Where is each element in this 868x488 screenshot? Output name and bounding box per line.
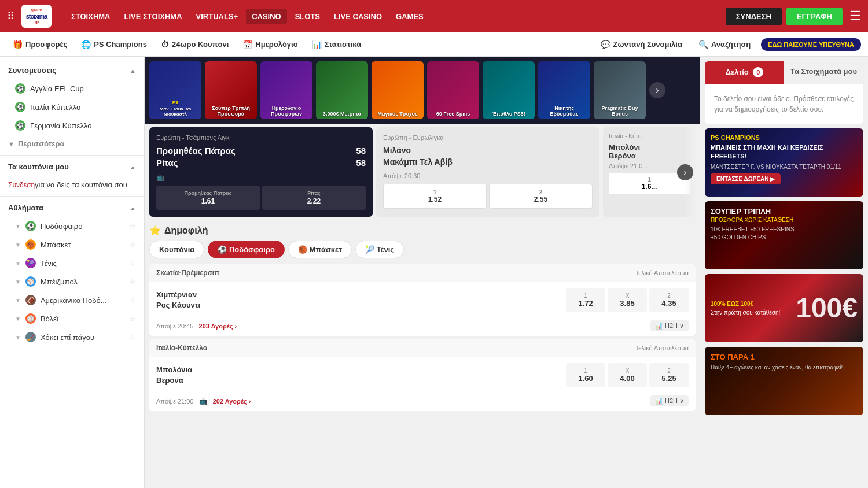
main-layout: Συντομεύσεις ▲ ⚽ Αγγλία EFL Cup ⚽ Ιταλία… <box>0 57 868 488</box>
sidebar-item-hockey[interactable]: ▼ 🏒 Χόκεϊ επί πάγου ☆ <box>0 328 144 346</box>
match-teams-2-popular: Μπολόνια Βερόνα <box>156 365 561 386</box>
promo-banner-4-content: ΣΤΟ ΠΑΡΑ 1 Παίξε 4+ αγώνες και αν χάσεις… <box>705 347 863 378</box>
promo-banner-1-cta[interactable]: ΕΝΤΑΣΣΕ ΔΩΡΕΑΝ ▶ <box>711 173 781 184</box>
subnav-calendar[interactable]: 📅 Ημερολόγιο <box>237 36 303 53</box>
sidebar-item-efl[interactable]: ⚽ Αγγλία EFL Cup <box>0 79 144 98</box>
coupon-login-link[interactable]: Σύνδεση <box>8 181 35 189</box>
fav-star-vol[interactable]: ☆ <box>129 315 136 323</box>
nav-stoixima[interactable]: ΣΤΟΙΧΗΜΑ <box>65 9 116 24</box>
stats-icon: 📊 <box>312 40 322 49</box>
promo-banner-1[interactable]: PS CHAMPIONS ΜΠΑΙΝΕΙΣ ΣΤΗ ΜΑΧΗ ΚΑΙ ΚΕΡΔΙ… <box>705 128 863 197</box>
promo-card-6[interactable]: Έπαθλο PS5! <box>483 61 535 119</box>
promo-card-7[interactable]: Νικητής Εβδομάδας <box>538 61 590 119</box>
promo-card-4[interactable]: Μαγικός Τροχός <box>372 61 424 119</box>
tab-basket[interactable]: 🏀 Μπάσκετ <box>288 241 352 258</box>
register-button[interactable]: ΕΓΓΡΑΦΗ <box>786 8 843 25</box>
fav-star-hockey[interactable]: ☆ <box>129 333 136 342</box>
nav-games[interactable]: GAMES <box>390 9 429 24</box>
football-expand-chevron: ▼ <box>15 223 21 230</box>
site-logo[interactable]: game stoixima .gr <box>21 5 52 28</box>
sidebar-item-italy-cup[interactable]: ⚽ Ιταλία Κύπελλο <box>0 98 144 116</box>
odds-x-btn[interactable]: X 3.85 <box>608 288 647 312</box>
nav-live-casino[interactable]: LIVE CASINO <box>328 9 388 24</box>
promo-banner-4[interactable]: ΣΤΟ ΠΑΡΑ 1 Παίξε 4+ αγώνες και αν χάσεις… <box>705 347 863 415</box>
shortcuts-section[interactable]: Συντομεύσεις ▲ <box>0 61 144 79</box>
fav-star-af[interactable]: ☆ <box>129 296 136 305</box>
fav-star-basket[interactable]: ☆ <box>129 241 136 249</box>
football-icon-2: ⚽ <box>15 102 25 112</box>
sidebar-item-american-football[interactable]: ▼ 🏈 Αμερικάνικο Ποδό... ☆ <box>0 291 144 309</box>
team-row-1a: Προμηθέας Πάτρας 58 <box>156 146 366 156</box>
bet-button-ritas[interactable]: Ρίτας 2.22 <box>262 186 366 210</box>
nav-virtuals[interactable]: VIRTUALS+ <box>190 9 244 24</box>
sidebar-item-basket[interactable]: ▼ 🏀 Μπάσκετ ☆ <box>0 235 144 254</box>
promo-banner-2[interactable]: ΣΟΥΠΕΡ ΤΡΙΠΛΗ ΠΡΟΣΦΟΡΑ ΧΩΡΙΣ ΚΑΤΑΘΕΣΗ 10… <box>705 201 863 269</box>
subnav-ps-champions[interactable]: 🌐 PS Champions <box>75 36 153 53</box>
sidebar-item-baseball[interactable]: ▼ ⚾ Μπέιζμπολ ☆ <box>0 272 144 291</box>
sidebar-item-tennis[interactable]: ▼ 🎾 Τένις ☆ <box>0 254 144 272</box>
promo-banner-3[interactable]: 100% ΕΩΣ 100€ Στην πρώτη σου κατάθεση! 1… <box>705 274 863 342</box>
sidebar-item-volleyball[interactable]: ▼ 🏐 Βόλεϊ ☆ <box>0 309 144 328</box>
sports-section[interactable]: Αθλήματα ▲ <box>0 199 144 217</box>
promo-card-0[interactable]: PS Μαν. Γιουν. vs Νιούκαστλ <box>149 61 201 119</box>
subnav-24h-coupon[interactable]: ⏱ 24ωρο Κουπόνι <box>155 36 234 53</box>
grid-icon[interactable]: ⠿ <box>7 10 14 23</box>
match-odds-popular-2: 1 1.60 X 4.00 2 5.25 <box>566 363 689 387</box>
match-time-2: Απόψε 20:30 <box>383 172 593 179</box>
h2h-button-2[interactable]: 📊 H2H ∨ <box>650 395 689 406</box>
tab-my-bets[interactable]: Τα Στοιχήματά μου <box>784 61 863 84</box>
responsible-gaming-button[interactable]: ΕΔΩ ΠΑΙΖΟΥΜΕ ΥΠΕΥΘΥΝΑ <box>761 38 861 51</box>
markets-link-1[interactable]: 203 Αγορές › <box>199 323 237 330</box>
promo-card-8[interactable]: Pragmatic Buy Bonus <box>594 61 646 119</box>
tab-tennis[interactable]: 🎾 Τένις <box>355 241 404 258</box>
sidebar-item-football[interactable]: ▼ ⚽ Ποδόσφαιρο ☆ <box>0 217 144 235</box>
content-area: PS Μαν. Γιουν. vs Νιούκαστλ Σούπερ Τριπλ… <box>145 57 700 488</box>
fav-star-tennis[interactable]: ☆ <box>129 259 136 268</box>
coupons-section[interactable]: Τα κουπόνια μου ▲ <box>0 158 144 176</box>
bet-button-promitheas[interactable]: Προμηθέας Πάτρας 1.61 <box>156 186 260 210</box>
odds2-x-btn[interactable]: X 4.00 <box>608 363 647 387</box>
more-section[interactable]: ▼ Περισσότερα <box>0 135 144 153</box>
promo-next-chevron[interactable]: › <box>649 82 665 98</box>
tab-coupons[interactable]: Κουπόνια <box>149 241 204 258</box>
popular-title: ⭐ Δημοφιλή <box>149 225 208 236</box>
match-row-2: Μπολόνια Βερόνα 1 1.60 X 4.00 2 <box>149 357 696 393</box>
odds2-2-btn[interactable]: 2 5.25 <box>649 363 689 387</box>
login-button[interactable]: ΣΥΝΔΕΣΗ <box>726 8 782 25</box>
promo-card-2[interactable]: Ημερολόγιο Προσφορών <box>260 61 312 119</box>
hockey-expand-chevron: ▼ <box>15 334 21 341</box>
odds-1-btn[interactable]: 1 1.72 <box>566 288 605 312</box>
nav-slots[interactable]: SLOTS <box>289 9 326 24</box>
nav-casino[interactable]: CASINO <box>246 9 287 24</box>
subnav-live-chat[interactable]: 💬 Ζωντανή Συνομιλία <box>595 36 688 53</box>
hamburger-icon[interactable]: ☰ <box>849 9 861 24</box>
tab-deltio[interactable]: Δελτίο 0 <box>705 61 784 84</box>
subnav-search[interactable]: 🔍 Αναζήτηση <box>693 36 756 53</box>
live-match-card-1: Ευρώπη - Τσάμπιονς Λιγκ Προμηθέας Πάτρας… <box>149 127 373 217</box>
star-icon: ⭐ <box>149 225 161 236</box>
match-next-chevron[interactable]: › <box>677 164 693 180</box>
sidebar-divider-2 <box>0 196 144 197</box>
markets-link-2[interactable]: 202 Αγορές › <box>213 398 251 405</box>
promo-card-5[interactable]: 60 Free Spins <box>427 61 479 119</box>
fav-star-baseball[interactable]: ☆ <box>129 278 136 286</box>
tennis-expand-chevron: ▼ <box>15 260 21 267</box>
globe-icon: 🌐 <box>81 40 91 49</box>
h2h-button-1[interactable]: 📊 H2H ∨ <box>650 320 689 331</box>
bet-maccabi[interactable]: 2 2.55 <box>489 184 593 209</box>
tab-football[interactable]: ⚽ Ποδόσφαιρο <box>208 241 285 258</box>
subnav-statistics[interactable]: 📊 Στατιστικά <box>306 36 367 53</box>
nav-live-stoixima[interactable]: LIVE ΣΤΟΙΧΗΜΑ <box>119 9 188 24</box>
fav-star-football[interactable]: ☆ <box>129 222 136 231</box>
league-label-1: Σκωτία-Πρέμιερσιπ <box>156 269 219 277</box>
subnav-promotions[interactable]: 🎁 Προσφορές <box>7 36 73 53</box>
bet-milano[interactable]: 1 1.52 <box>383 184 487 209</box>
promo-card-3[interactable]: 3.000€ Μετρητά <box>316 61 368 119</box>
promo-banner-2-content: ΣΟΥΠΕΡ ΤΡΙΠΛΗ ΠΡΟΣΦΟΡΑ ΧΩΡΙΣ ΚΑΤΑΘΕΣΗ 10… <box>705 201 863 247</box>
odds2-1-btn[interactable]: 1 1.60 <box>566 363 605 387</box>
odds-2-btn[interactable]: 2 4.35 <box>649 288 689 312</box>
team-row-1b: Ρίτας 58 <box>156 158 366 168</box>
sidebar-item-germany-cup[interactable]: ⚽ Γερμανία Κύπελλο <box>0 116 144 135</box>
promo-card-1[interactable]: Σούπερ Τριπλή Προσφορά <box>205 61 257 119</box>
match-teams-1-popular: Χιμπέρνιαν Ρος Κάουντι <box>156 290 561 310</box>
